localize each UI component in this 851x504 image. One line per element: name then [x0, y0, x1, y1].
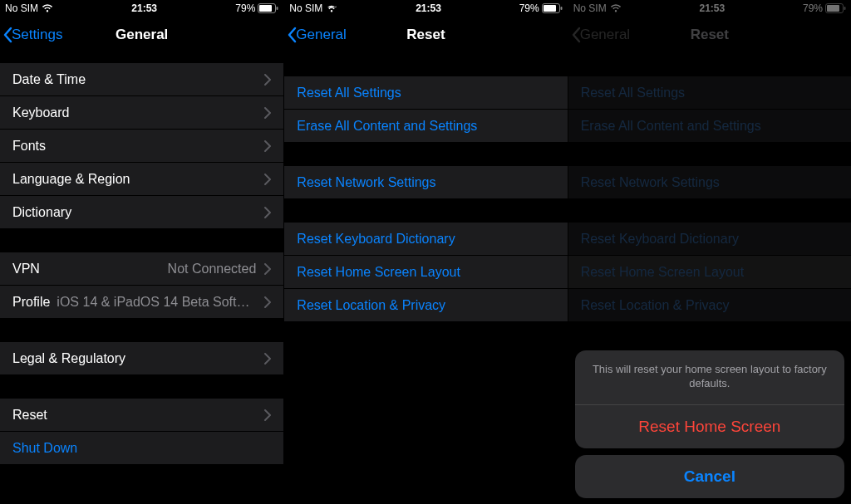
battery-icon	[825, 3, 846, 13]
svg-rect-5	[560, 7, 562, 10]
action-sheet: This will reset your home screen layout …	[575, 350, 844, 498]
group-reset-3: Reset Keyboard Dictionary Reset Home Scr…	[568, 223, 851, 322]
clock-label: 21:53	[622, 2, 803, 14]
chevron-right-icon	[264, 140, 271, 152]
button-label: Cancel	[684, 467, 735, 486]
row-fonts[interactable]: Fonts	[0, 130, 283, 163]
screen-reset: No SIM 21:53 79% General Reset Reset All…	[283, 0, 567, 504]
back-label: Settings	[12, 27, 62, 43]
row-label: Reset	[12, 408, 47, 423]
nav-bar: General Reset	[568, 17, 851, 53]
button-label: Reset Home Screen	[638, 418, 780, 436]
row-label: Dictionary	[12, 205, 71, 220]
wifi-icon	[610, 4, 622, 12]
row-reset-location: Reset Location & Privacy	[568, 289, 851, 322]
row-label: Date & Time	[12, 72, 86, 87]
row-reset-home: Reset Home Screen Layout	[568, 256, 851, 289]
row-erase-all: Erase All Content and Settings	[568, 110, 851, 143]
row-label: Profile	[12, 295, 50, 310]
chevron-right-icon	[264, 207, 271, 218]
row-date-time[interactable]: Date & Time	[0, 63, 283, 96]
row-label: Reset Location & Privacy	[581, 298, 730, 313]
wifi-icon	[326, 4, 337, 12]
row-value: iOS 14 & iPadOS 14 Beta Softwar...	[50, 295, 256, 310]
row-profile[interactable]: Profile iOS 14 & iPadOS 14 Beta Softwar.…	[0, 286, 283, 319]
status-bar: No SIM 21:53 79%	[0, 0, 283, 17]
group-reset-2: Reset Network Settings	[284, 166, 567, 199]
battery-icon	[542, 3, 563, 13]
row-label: Reset All Settings	[297, 86, 401, 100]
row-label: Reset Network Settings	[297, 175, 435, 190]
chevron-right-icon	[264, 409, 271, 421]
cancel-button[interactable]: Cancel	[575, 455, 844, 498]
battery-icon	[258, 3, 278, 13]
row-keyboard[interactable]: Keyboard	[0, 96, 283, 130]
battery-pct: 79%	[803, 2, 823, 14]
row-reset-network[interactable]: Reset Network Settings	[284, 166, 567, 199]
carrier-label: No SIM	[5, 2, 38, 14]
chevron-right-icon	[264, 174, 271, 185]
nav-bar: Settings General	[0, 17, 283, 53]
nav-title: Reset	[691, 27, 729, 43]
svg-rect-4	[544, 5, 556, 12]
clock-label: 21:53	[337, 2, 519, 14]
group-reset-2: Reset Network Settings	[568, 166, 851, 199]
clock-label: 21:53	[53, 2, 235, 14]
chevron-right-icon	[264, 263, 271, 275]
row-shutdown[interactable]: Shut Down	[0, 432, 283, 465]
row-label: Fonts	[12, 139, 46, 154]
back-button[interactable]: Settings	[3, 17, 62, 53]
row-reset-keyboard[interactable]: Reset Keyboard Dictionary	[284, 223, 567, 256]
row-label: Reset Keyboard Dictionary	[297, 232, 455, 247]
row-language-region[interactable]: Language & Region	[0, 163, 283, 196]
row-label: VPN	[12, 262, 40, 276]
row-label: Reset Location & Privacy	[297, 298, 445, 313]
row-erase-all[interactable]: Erase All Content and Settings	[284, 110, 567, 143]
status-bar: No SIM 21:53 79%	[284, 0, 567, 17]
svg-rect-8	[844, 7, 845, 10]
reset-home-screen-button[interactable]: Reset Home Screen	[575, 405, 844, 448]
status-bar: No SIM 21:53 79%	[568, 0, 851, 17]
row-reset[interactable]: Reset	[0, 399, 283, 432]
row-vpn[interactable]: VPN Not Connected	[0, 252, 283, 286]
group-reset-1: Reset All Settings Erase All Content and…	[284, 76, 567, 143]
battery-pct: 79%	[519, 2, 539, 14]
svg-rect-1	[259, 5, 272, 12]
row-label: Reset All Settings	[581, 86, 685, 100]
battery-pct: 79%	[235, 2, 255, 14]
svg-rect-2	[277, 7, 278, 10]
back-button: General	[572, 17, 630, 53]
row-reset-home[interactable]: Reset Home Screen Layout	[284, 256, 567, 289]
group-main: Date & Time Keyboard Fonts Language & Re…	[0, 63, 283, 229]
row-label: Language & Region	[12, 172, 130, 187]
wifi-icon	[42, 4, 53, 12]
row-label: Reset Keyboard Dictionary	[581, 232, 739, 247]
row-reset-keyboard: Reset Keyboard Dictionary	[568, 223, 851, 256]
carrier-label: No SIM	[289, 2, 322, 14]
screen-reset-confirm: No SIM 21:53 79% General Reset Reset All…	[568, 0, 851, 504]
back-button[interactable]: General	[288, 17, 346, 53]
action-sheet-message: This will reset your home screen layout …	[575, 350, 844, 405]
row-label: Shut Down	[12, 441, 77, 456]
carrier-label: No SIM	[573, 2, 607, 14]
action-sheet-card: This will reset your home screen layout …	[575, 350, 844, 448]
row-value: Not Connected	[40, 262, 256, 276]
svg-rect-7	[827, 5, 839, 12]
chevron-right-icon	[264, 296, 271, 308]
row-dictionary[interactable]: Dictionary	[0, 196, 283, 229]
row-reset-location[interactable]: Reset Location & Privacy	[284, 289, 567, 322]
chevron-right-icon	[264, 74, 271, 86]
group-reset-3: Reset Keyboard Dictionary Reset Home Scr…	[284, 223, 567, 322]
row-label: Keyboard	[12, 105, 70, 120]
chevron-right-icon	[264, 107, 271, 119]
row-reset-all[interactable]: Reset All Settings	[284, 76, 567, 110]
row-legal[interactable]: Legal & Regulatory	[0, 342, 283, 375]
back-label: General	[580, 27, 630, 43]
chevron-right-icon	[264, 353, 271, 365]
row-label: Reset Home Screen Layout	[581, 265, 745, 280]
row-label: Reset Network Settings	[581, 175, 720, 190]
back-label: General	[296, 27, 346, 43]
row-reset-network: Reset Network Settings	[568, 166, 851, 199]
row-label: Erase All Content and Settings	[297, 119, 477, 134]
nav-title: General	[116, 27, 168, 43]
